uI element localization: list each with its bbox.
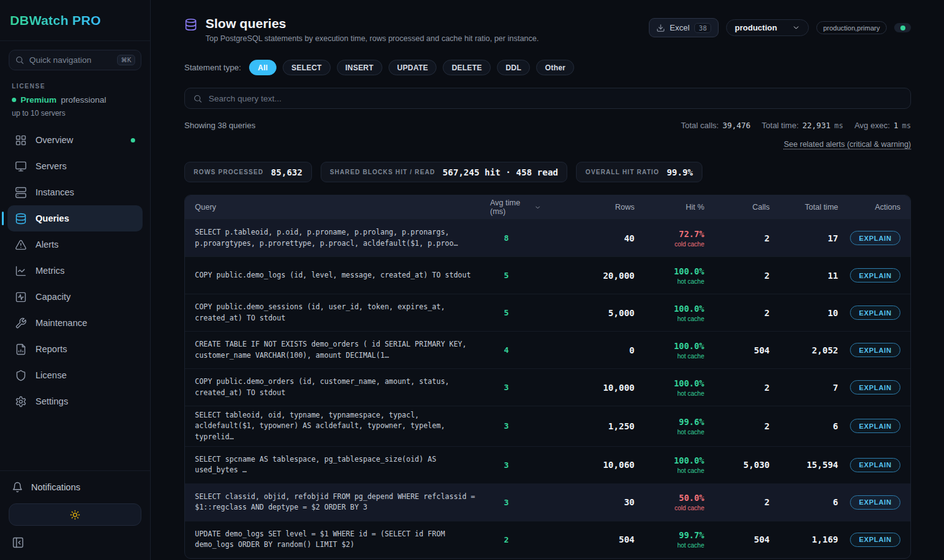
sidebar-item-settings[interactable]: Settings [7, 388, 143, 414]
table-row[interactable]: COPY public.demo_sessions (id, user_id, … [185, 294, 910, 331]
column-header-total-time[interactable]: Total time [770, 203, 838, 212]
explain-button[interactable]: EXPLAIN [850, 268, 900, 282]
sidebar-item-capacity[interactable]: Capacity [7, 284, 143, 310]
column-header-actions[interactable]: Actions [838, 203, 900, 212]
rows-cell: 504 [541, 534, 635, 544]
filter-all[interactable]: All [249, 60, 276, 75]
quick-navigation-box[interactable]: ⌘K [9, 50, 141, 70]
table-row[interactable]: SELECT spcname AS tablespace, pg_tablesp… [185, 446, 910, 483]
notifications-button[interactable]: Notifications [9, 482, 141, 493]
rows-cell: 20,000 [541, 271, 635, 281]
filter-other[interactable]: Other [536, 60, 574, 75]
shield-icon [15, 370, 27, 381]
showing-count: Showing 38 queries [184, 121, 255, 130]
sidebar-item-reports[interactable]: Reports [7, 336, 143, 362]
explain-button[interactable]: EXPLAIN [850, 458, 900, 472]
avg-time-cell: 2 [490, 535, 541, 544]
sidebar-item-maintenance[interactable]: Maintenance [7, 310, 143, 336]
chart-line-icon [15, 265, 27, 277]
summary-metric: Total time: 22,931 ms [762, 121, 843, 130]
avg-time-cell: 3 [490, 498, 541, 507]
filter-ddl[interactable]: DDL [497, 60, 530, 75]
column-header-avg-time-ms[interactable]: Avg time (ms) [490, 198, 541, 216]
sidebar-item-overview[interactable]: Overview [7, 127, 143, 153]
column-header-calls[interactable]: Calls [704, 203, 770, 212]
query-search-input[interactable] [209, 94, 902, 103]
search-icon [193, 94, 202, 103]
sidebar-item-queries[interactable]: Queries [7, 205, 143, 231]
quick-navigation-input[interactable] [29, 55, 112, 65]
column-header-rows[interactable]: Rows [541, 203, 635, 212]
query-text: SELECT p.tableoid, p.oid, p.proname, p.p… [195, 227, 481, 249]
avg-time-cell: 5 [490, 308, 541, 317]
table-row[interactable]: UPDATE demo_logs SET level = $1 WHERE id… [185, 521, 910, 558]
sidebar-item-instances[interactable]: Instances [7, 179, 143, 205]
filter-select[interactable]: SELECT [283, 60, 331, 75]
collapse-sidebar-button[interactable] [12, 536, 24, 549]
table-body: SELECT p.tableoid, p.oid, p.proname, p.p… [185, 219, 910, 558]
query-cell: COPY public.demo_logs (id, level, messag… [195, 270, 490, 281]
explain-button[interactable]: EXPLAIN [850, 306, 900, 320]
sidebar-footer: Notifications [0, 470, 150, 560]
avg-time-cell: 3 [490, 460, 541, 470]
filter-insert[interactable]: INSERT [337, 60, 382, 75]
query-cell: CREATE TABLE IF NOT EXISTS demo_orders (… [195, 339, 490, 361]
download-icon [656, 24, 665, 32]
database-icon [15, 213, 27, 225]
cache-state-label: hot cache [677, 353, 704, 360]
avg-time-cell: 5 [490, 271, 541, 280]
calls-cell: 2 [704, 497, 770, 507]
sidebar-item-metrics[interactable]: Metrics [7, 258, 143, 284]
license-limit: up to 10 servers [12, 109, 138, 118]
explain-button[interactable]: EXPLAIN [850, 533, 900, 547]
cache-state-label: cold cache [674, 505, 704, 511]
table-row[interactable]: SELECT tableoid, oid, typname, typnamesp… [185, 406, 910, 446]
filter-delete[interactable]: DELETE [443, 60, 491, 75]
table-row[interactable]: SELECT classid, objid, refobjid FROM pg_… [185, 483, 910, 521]
cache-state-label: hot cache [677, 467, 704, 474]
stat-card-overall-hit-ratio: OVERALL HIT RATIO 99.9% [576, 162, 702, 182]
total-time-cell: 1,169 [770, 534, 838, 544]
explain-button[interactable]: EXPLAIN [850, 231, 900, 245]
app-logo-area: DBWatch PRO [0, 0, 150, 41]
table-row[interactable]: COPY public.demo_logs (id, level, messag… [185, 256, 910, 294]
column-header-query[interactable]: Query [195, 203, 490, 212]
explain-button[interactable]: EXPLAIN [850, 380, 900, 394]
instance-status-toggle[interactable] [894, 23, 911, 32]
instance-select[interactable]: production [726, 19, 809, 36]
total-time-cell: 10 [770, 308, 838, 318]
explain-button[interactable]: EXPLAIN [850, 343, 900, 357]
related-alerts-link[interactable]: See related alerts (critical & warning) [784, 140, 911, 149]
export-excel-button[interactable]: Excel 38 [649, 18, 719, 37]
query-text: CREATE TABLE IF NOT EXISTS demo_orders (… [195, 339, 481, 361]
hit-ratio-cell: 100.0% hot cache [635, 341, 704, 360]
sidebar-item-license[interactable]: License [7, 362, 143, 388]
avg-time-cell: 4 [490, 345, 541, 355]
hit-ratio-cell: 100.0% hot cache [635, 455, 704, 474]
filter-update[interactable]: UPDATE [389, 60, 437, 75]
total-time-cell: 17 [770, 233, 838, 243]
sidebar-item-servers[interactable]: Servers [7, 153, 143, 179]
license-tier: Premium [21, 95, 57, 105]
hit-ratio-cell: 100.0% hot cache [635, 304, 704, 322]
theme-toggle-button[interactable] [9, 503, 141, 526]
column-header-hit[interactable]: Hit % [635, 203, 704, 212]
table-row[interactable]: SELECT p.tableoid, p.oid, p.proname, p.p… [185, 219, 910, 256]
query-search-bar[interactable] [184, 88, 911, 109]
rows-cell: 5,000 [541, 308, 635, 318]
explain-button[interactable]: EXPLAIN [850, 419, 900, 433]
page-title: Slow queries [205, 16, 539, 31]
database-icon [184, 18, 197, 31]
query-cell: SELECT spcname AS tablespace, pg_tablesp… [195, 454, 490, 476]
wrench-icon [15, 317, 27, 329]
table-row[interactable]: COPY public.demo_orders (id, customer_na… [185, 368, 910, 406]
explain-button[interactable]: EXPLAIN [850, 495, 900, 510]
cache-state-label: hot cache [677, 390, 704, 397]
total-time-cell: 2,052 [770, 345, 838, 355]
rows-cell: 10,000 [541, 383, 635, 393]
grid-icon [15, 134, 27, 146]
calls-cell: 504 [704, 345, 770, 355]
query-cell: UPDATE demo_logs SET level = $1 WHERE id… [195, 529, 490, 551]
table-row[interactable]: CREATE TABLE IF NOT EXISTS demo_orders (… [185, 331, 910, 368]
sidebar-item-alerts[interactable]: Alerts [7, 231, 143, 258]
